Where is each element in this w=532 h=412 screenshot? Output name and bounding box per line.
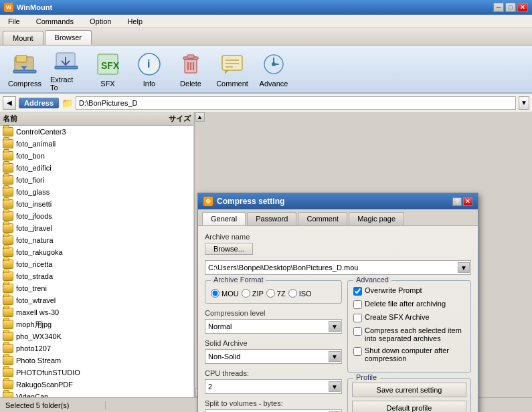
tab-mount[interactable]: Mount [3, 31, 43, 45]
addr-icon: 📁 [62, 98, 73, 108]
split-dropdown[interactable]: ▼ [205, 409, 342, 412]
dialog-close-button[interactable]: ✕ [463, 197, 472, 206]
format-mou-radio[interactable] [211, 289, 219, 298]
extract-icon [52, 46, 80, 74]
format-zip[interactable]: ZIP [242, 289, 264, 298]
svg-rect-2 [13, 70, 36, 73]
delete-after-checkbox[interactable] [353, 300, 362, 309]
extract-button[interactable]: Extract To [47, 43, 86, 95]
delete-icon [177, 50, 205, 78]
tab-comment[interactable]: Comment [298, 212, 347, 225]
archive-name-dropdown[interactable]: C:\Users\Bonpei\Desktop\BonPictures_D.mo… [205, 260, 471, 275]
compress-separate-checkbox[interactable] [353, 327, 362, 336]
format-iso-radio[interactable] [288, 289, 297, 298]
format-7z[interactable]: 7Z [266, 289, 286, 298]
title-bar: W WinMount ─ □ ✕ [0, 0, 532, 15]
menu-option[interactable]: Option [87, 16, 114, 27]
nav-dropdown-button[interactable]: ▼ [519, 96, 529, 110]
main-area: 名前 サイズ ControlCenter3foto_animalifoto_bo… [0, 112, 532, 397]
tab-general[interactable]: General [202, 212, 246, 225]
archive-format-group: Archive Format MOU ZIP [205, 280, 342, 304]
format-zip-label: ZIP [252, 290, 264, 298]
dialog-help-button[interactable]: ? [452, 197, 462, 206]
advance-button[interactable]: Advance [254, 47, 293, 91]
format-7z-label: 7Z [277, 290, 286, 298]
info-label: Info [143, 80, 155, 88]
extract-label: Extract To [50, 76, 82, 92]
format-mou-label: MOU [221, 290, 239, 298]
menu-help[interactable]: Help [124, 16, 145, 27]
menu-file[interactable]: File [5, 16, 23, 27]
cpu-threads-select[interactable]: 2 [205, 379, 342, 394]
sfx-icon: SFX [94, 50, 122, 78]
menu-bar: File Commands Option Help [0, 15, 532, 28]
default-profile-button[interactable]: Default profile [352, 401, 466, 412]
format-7z-radio[interactable] [266, 289, 275, 298]
solid-archive-select[interactable]: Non-Solid [205, 349, 342, 364]
app-icon: W [4, 3, 13, 12]
delete-button[interactable]: Delete [171, 47, 210, 91]
compression-level-select[interactable]: Normal [205, 319, 342, 334]
advance-icon [260, 50, 288, 78]
info-button[interactable]: i Info [130, 47, 169, 91]
close-button[interactable]: ✕ [517, 3, 528, 12]
info-icon: i [135, 50, 163, 78]
overwrite-prompt-check[interactable]: Overwrite Prompt [353, 286, 465, 296]
advanced-label: Advanced [353, 276, 391, 284]
shutdown-label: Shut down computer after compression [365, 346, 465, 363]
format-zip-radio[interactable] [242, 289, 250, 298]
comment-button[interactable]: Comment [213, 47, 252, 91]
sfx-button[interactable]: SFX SFX [88, 47, 127, 91]
overwrite-prompt-label: Overwrite Prompt [365, 286, 422, 294]
solid-archive-label: Solid Archive [205, 339, 342, 347]
compression-level-dropdown[interactable]: Normal ▼ [205, 319, 342, 334]
archive-format-label: Archive Format [211, 276, 266, 284]
tab-password[interactable]: Password [247, 212, 296, 225]
dialog-two-col: Archive Format MOU ZIP [205, 280, 471, 412]
create-sfx-check[interactable]: Create SFX Archive [353, 313, 465, 322]
svg-rect-4 [55, 66, 78, 69]
shutdown-checkbox[interactable] [353, 347, 362, 356]
archive-name-label: Archive name [205, 233, 471, 241]
solid-archive-dropdown[interactable]: Non-Solid ▼ [205, 349, 342, 364]
tab-magic-page[interactable]: Magic page [349, 212, 404, 225]
delete-after-check[interactable]: Delete file after archiving [353, 300, 465, 309]
sfx-label: SFX [100, 80, 114, 88]
svg-text:SFX: SFX [101, 60, 120, 71]
tab-browser[interactable]: Browser [45, 30, 92, 45]
split-label: Split to volumes - bytes: [205, 399, 342, 407]
address-bar: ◀ Address 📁 ▼ [0, 94, 532, 112]
cpu-threads-dropdown[interactable]: 2 ▼ [205, 379, 342, 394]
overwrite-prompt-checkbox[interactable] [353, 287, 362, 296]
dialog-icon: ⚙ [203, 197, 213, 206]
create-sfx-checkbox[interactable] [353, 314, 362, 322]
profile-label: Profile [353, 373, 379, 381]
app-title: WinMount [17, 3, 52, 11]
svg-rect-15 [222, 56, 242, 70]
format-iso[interactable]: ISO [288, 289, 312, 298]
compress-separate-check[interactable]: Compress each selected item into separat… [353, 326, 465, 342]
minimize-button[interactable]: ─ [493, 3, 504, 12]
archive-name-select[interactable]: C:\Users\Bonpei\Desktop\BonPictures_D.mo… [205, 260, 471, 275]
shutdown-check[interactable]: Shut down computer after compression [353, 346, 465, 363]
compress-button[interactable]: Compress [5, 47, 44, 91]
dialog-title-controls: ? ✕ [452, 197, 472, 206]
toolbar: Compress Extract To SFX SFX i [0, 45, 532, 94]
nav-back-button[interactable]: ◀ [3, 96, 16, 110]
compress-icon [11, 50, 39, 78]
archive-format-radios: MOU ZIP 7Z [211, 289, 336, 298]
svg-text:i: i [147, 58, 150, 70]
save-setting-button[interactable]: Save current setting [352, 383, 466, 397]
maximize-button[interactable]: □ [505, 3, 516, 12]
svg-rect-1 [16, 56, 27, 62]
delete-label: Delete [180, 80, 201, 88]
status-left: Selected 5 folder(s) [5, 401, 106, 409]
browse-button[interactable]: Browse... [205, 243, 253, 255]
format-mou[interactable]: MOU [211, 289, 239, 298]
split-select[interactable] [205, 409, 342, 412]
advanced-group: Advanced Overwrite Prompt Delete file af… [347, 280, 471, 373]
dialog-overlay: ⚙ Compress setting ? ✕ General Password … [0, 112, 532, 397]
menu-commands[interactable]: Commands [33, 16, 76, 27]
address-input[interactable] [76, 96, 516, 110]
tab-bar: Mount Browser [0, 28, 532, 45]
